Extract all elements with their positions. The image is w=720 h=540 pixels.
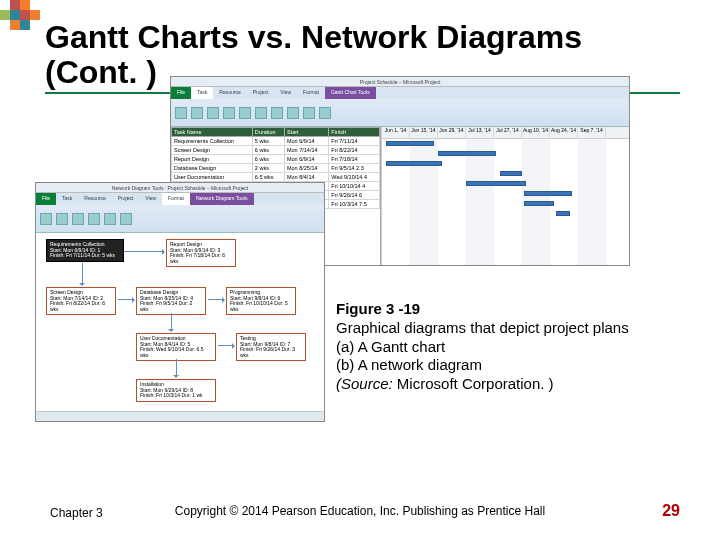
tab-format[interactable]: Format bbox=[162, 193, 190, 205]
gantt-bar bbox=[524, 191, 572, 196]
table-row: Database Design2 wksMon 8/25/14Fri 9/5/1… bbox=[172, 164, 380, 173]
caption-a: (a) A Gantt chart bbox=[336, 338, 666, 357]
table-row: Report Design6 wksMon 6/9/14Fri 7/18/14 bbox=[172, 155, 380, 164]
ribbon-icon[interactable] bbox=[207, 107, 219, 119]
network-diagram-figure: Network Diagram Tools · Project Schedule… bbox=[35, 182, 325, 422]
tab-tools[interactable]: Network Diagram Tools bbox=[190, 193, 254, 205]
footer-page-number: 29 bbox=[662, 502, 680, 520]
gantt-bar bbox=[500, 171, 522, 176]
node-user-doc[interactable]: User Documentation Start: Mon 8/4/14 ID:… bbox=[136, 333, 216, 361]
arrow-icon bbox=[176, 359, 177, 377]
tab-view[interactable]: View bbox=[139, 193, 162, 205]
arrow-icon bbox=[82, 263, 83, 285]
gantt-bar bbox=[438, 151, 496, 156]
ribbon-icon[interactable] bbox=[303, 107, 315, 119]
node-database-design[interactable]: Database Design Start: Mon 8/25/14 ID: 4… bbox=[136, 287, 206, 315]
ribbon-icon[interactable] bbox=[239, 107, 251, 119]
gantt-ribbon-icons bbox=[175, 101, 625, 124]
footer-copyright: Copyright © 2014 Pearson Education, Inc.… bbox=[0, 504, 720, 518]
gantt-bar bbox=[466, 181, 526, 186]
table-row: Requirements Collection5 wksMon 6/9/14Fr… bbox=[172, 137, 380, 146]
tab-file[interactable]: File bbox=[36, 193, 56, 205]
caption-source: (Source: Microsoft Corporation. ) bbox=[336, 375, 666, 394]
node-testing[interactable]: Testing Start: Mon 9/8/14 ID: 7 Finish: … bbox=[236, 333, 306, 361]
col-finish: Finish bbox=[329, 128, 380, 137]
col-dur: Duration bbox=[252, 128, 284, 137]
network-status-bar bbox=[36, 411, 324, 421]
tab-task[interactable]: Task bbox=[56, 193, 78, 205]
tab-task[interactable]: Task bbox=[191, 87, 213, 99]
ribbon-icon[interactable] bbox=[56, 213, 68, 225]
node-requirements[interactable]: Requirements Collection Start: Mon 6/9/1… bbox=[46, 239, 124, 262]
gantt-bar bbox=[556, 211, 570, 216]
ribbon-icon[interactable] bbox=[287, 107, 299, 119]
ribbon-icon[interactable] bbox=[88, 213, 100, 225]
gantt-bars bbox=[382, 139, 629, 265]
ribbon-icon[interactable] bbox=[271, 107, 283, 119]
ribbon-icon[interactable] bbox=[191, 107, 203, 119]
ribbon-icon[interactable] bbox=[40, 213, 52, 225]
arrow-icon bbox=[218, 345, 234, 346]
node-screen-design[interactable]: Screen Design Start: Mon 7/14/14 ID: 2 F… bbox=[46, 287, 116, 315]
tab-project[interactable]: Project bbox=[247, 87, 275, 99]
node-programming[interactable]: Programming Start: Mon 9/8/14 ID: 6 Fini… bbox=[226, 287, 296, 315]
table-row: User Documentation6.5 wksMon 8/4/14Wed 9… bbox=[172, 173, 380, 182]
gantt-tabs: File Task Resource Project View Format G… bbox=[171, 87, 629, 99]
gantt-window-title: Project Schedule – Microsoft Project bbox=[171, 77, 629, 87]
ribbon-icon[interactable] bbox=[72, 213, 84, 225]
arrow-icon bbox=[171, 313, 172, 331]
caption-b: (b) A network diagram bbox=[336, 356, 666, 375]
brand-mosaic-icon bbox=[0, 0, 40, 30]
gantt-bar bbox=[386, 141, 434, 146]
ribbon-icon[interactable] bbox=[223, 107, 235, 119]
node-report-design[interactable]: Report Design Start: Mon 6/9/14 ID: 3 Fi… bbox=[166, 239, 236, 267]
figure-caption: Figure 3 -19 Graphical diagrams that dep… bbox=[336, 300, 666, 394]
arrow-icon bbox=[124, 251, 164, 252]
gantt-ribbon: File Task Resource Project View Format G… bbox=[171, 87, 629, 127]
caption-desc: Graphical diagrams that depict project p… bbox=[336, 319, 666, 338]
col-start: Start bbox=[284, 128, 328, 137]
tab-view[interactable]: View bbox=[274, 87, 297, 99]
tab-resource[interactable]: Resource bbox=[78, 193, 111, 205]
tab-file[interactable]: File bbox=[171, 87, 191, 99]
caption-fig-no: Figure 3 -19 bbox=[336, 300, 420, 317]
network-ribbon: File Task Resource Project View Format N… bbox=[36, 193, 324, 233]
ribbon-icon[interactable] bbox=[104, 213, 116, 225]
gantt-timeline: Jun 1, '14Jun 15, '14 Jun 29, '14Jul 13,… bbox=[381, 127, 629, 265]
table-row: Screen Design6 wksMon 7/14/14Fri 8/22/14 bbox=[172, 146, 380, 155]
tab-tools[interactable]: Gantt Chart Tools bbox=[325, 87, 376, 99]
arrow-icon bbox=[118, 299, 134, 300]
tab-resource[interactable]: Resource bbox=[213, 87, 246, 99]
gantt-timeline-header: Jun 1, '14Jun 15, '14 Jun 29, '14Jul 13,… bbox=[382, 127, 629, 139]
ribbon-icon[interactable] bbox=[319, 107, 331, 119]
network-tabs: File Task Resource Project View Format N… bbox=[36, 193, 324, 205]
arrow-icon bbox=[208, 299, 224, 300]
ribbon-icon[interactable] bbox=[120, 213, 132, 225]
ribbon-icon[interactable] bbox=[255, 107, 267, 119]
network-ribbon-icons bbox=[40, 207, 320, 230]
col-task: Task Name bbox=[172, 128, 253, 137]
tab-project[interactable]: Project bbox=[112, 193, 140, 205]
slide: Gantt Charts vs. Network Diagrams (Cont.… bbox=[0, 0, 720, 540]
network-window-title: Network Diagram Tools · Project Schedule… bbox=[36, 183, 324, 193]
tab-format[interactable]: Format bbox=[297, 87, 325, 99]
network-canvas: Requirements Collection Start: Mon 6/9/1… bbox=[36, 233, 324, 421]
node-installation[interactable]: Installation Start: Mon 9/29/14 ID: 8 Fi… bbox=[136, 379, 216, 402]
gantt-bar bbox=[524, 201, 554, 206]
ribbon-icon[interactable] bbox=[175, 107, 187, 119]
gantt-bar bbox=[386, 161, 442, 166]
